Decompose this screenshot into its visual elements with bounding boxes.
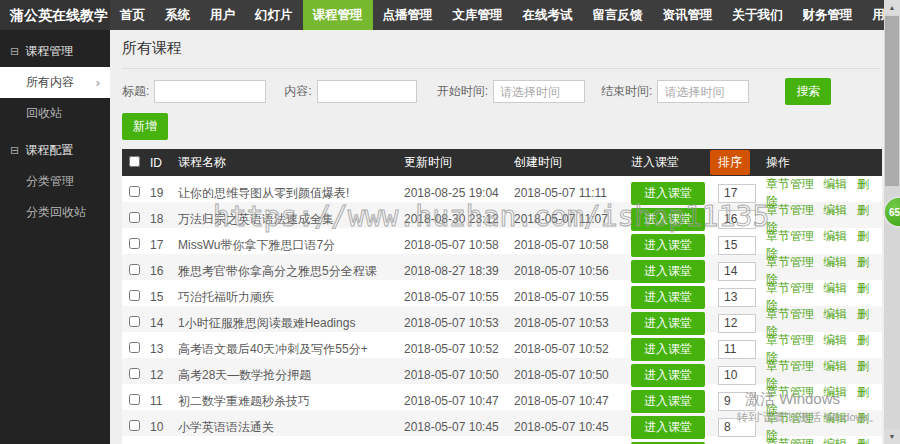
chapter-management-link[interactable]: 章节管理 — [766, 307, 814, 321]
enter-class-button[interactable]: 进入课堂 — [631, 338, 705, 361]
chapter-management-link[interactable]: 章节管理 — [766, 359, 814, 373]
edit-link[interactable]: 编辑 — [823, 177, 847, 191]
select-row-checkbox[interactable] — [129, 316, 140, 327]
enter-class-button[interactable]: 进入课堂 — [631, 260, 705, 283]
nav-item-library-management[interactable]: 文库管理 — [443, 0, 513, 30]
chapter-management-link[interactable]: 章节管理 — [766, 437, 814, 444]
course-created-time: 2018-05-07 10:55 — [514, 290, 631, 304]
edit-link[interactable]: 编辑 — [823, 385, 847, 399]
course-updated-time: 2018-05-07 10:55 — [404, 290, 514, 304]
course-name: 万法归宗之英语语法速成全集 — [178, 211, 404, 228]
nav-item-feedback[interactable]: 留言反馈 — [583, 0, 653, 30]
select-row-checkbox[interactable] — [129, 238, 140, 249]
select-all-checkbox[interactable] — [129, 156, 140, 167]
chapter-management-link[interactable]: 章节管理 — [766, 385, 814, 399]
course-id: 16 — [150, 264, 178, 278]
edit-link[interactable]: 编辑 — [823, 203, 847, 217]
sort-order-input[interactable] — [718, 262, 756, 281]
course-updated-time: 2018-05-07 10:58 — [404, 238, 514, 252]
nav-item-online-exam[interactable]: 在线考试 — [513, 0, 583, 30]
edit-link[interactable]: 编辑 — [823, 281, 847, 295]
edit-link[interactable]: 编辑 — [823, 333, 847, 347]
chapter-management-link[interactable]: 章节管理 — [766, 411, 814, 425]
sort-order-input[interactable] — [718, 210, 756, 229]
sort-header-button[interactable]: 排序 — [710, 150, 750, 175]
search-button[interactable]: 搜索 — [785, 78, 831, 105]
scroll-down-arrow-icon[interactable]: ▼ — [884, 429, 900, 444]
table-row: 12 高考28天—数学抢分押题 2018-05-07 10:50 2018-05… — [122, 358, 882, 384]
table-row: 18 万法归宗之英语语法速成全集 2018-08-30 23:12 2018-0… — [122, 202, 882, 228]
enter-class-button[interactable]: 进入课堂 — [631, 312, 705, 335]
sort-order-input[interactable] — [718, 418, 756, 437]
select-row-checkbox[interactable] — [129, 420, 140, 431]
end-time-input[interactable] — [657, 80, 749, 103]
edit-link[interactable]: 编辑 — [823, 229, 847, 243]
chapter-management-link[interactable]: 章节管理 — [766, 255, 814, 269]
sidebar-item-all-content[interactable]: 所有内容 › — [0, 67, 110, 98]
table-header: ID 课程名称 更新时间 创建时间 进入课堂 排序 操作 — [122, 149, 882, 176]
select-row-checkbox[interactable] — [129, 186, 140, 197]
chapter-management-link[interactable]: 章节管理 — [766, 333, 814, 347]
add-button[interactable]: 新增 — [122, 113, 168, 140]
content-filter-input[interactable] — [317, 80, 417, 103]
course-id: 17 — [150, 238, 178, 252]
sort-order-input[interactable] — [718, 288, 756, 307]
edit-link[interactable]: 编辑 — [823, 411, 847, 425]
sidebar: ⊟ 课程管理 所有内容 › 回收站 ⊟ 课程配置 分类管理 分类回收站 — [0, 30, 110, 444]
enter-class-button[interactable]: 进入课堂 — [631, 286, 705, 309]
scroll-up-arrow-icon[interactable]: ▲ — [884, 0, 900, 15]
enter-class-button[interactable]: 进入课堂 — [631, 364, 705, 387]
select-row-checkbox[interactable] — [129, 342, 140, 353]
chapter-management-link[interactable]: 章节管理 — [766, 203, 814, 217]
sort-order-input[interactable] — [718, 184, 756, 203]
select-row-checkbox[interactable] — [129, 212, 140, 223]
edit-link[interactable]: 编辑 — [823, 437, 847, 444]
sort-order-input[interactable] — [718, 366, 756, 385]
sort-order-input[interactable] — [718, 236, 756, 255]
scrollbar-thumb[interactable] — [885, 16, 899, 186]
enter-class-button[interactable]: 进入课堂 — [631, 390, 705, 413]
select-row-checkbox[interactable] — [129, 368, 140, 379]
sort-order-input[interactable] — [718, 340, 756, 359]
sort-order-input[interactable] — [718, 392, 756, 411]
edit-link[interactable]: 编辑 — [823, 255, 847, 269]
chapter-management-link[interactable]: 章节管理 — [766, 177, 814, 191]
select-row-checkbox[interactable] — [129, 394, 140, 405]
nav-item-finance-management[interactable]: 财务管理 — [793, 0, 863, 30]
start-time-input[interactable] — [493, 80, 585, 103]
nav-item-news-management[interactable]: 资讯管理 — [653, 0, 723, 30]
nav-item-home[interactable]: 首页 — [110, 0, 155, 30]
sidebar-group-course-management[interactable]: ⊟ 课程管理 — [0, 30, 110, 67]
nav-item-course-management[interactable]: 课程管理 — [303, 0, 373, 30]
nav-item-users[interactable]: 用户 — [200, 0, 245, 30]
sidebar-group-course-config[interactable]: ⊟ 课程配置 — [0, 129, 110, 166]
select-row-checkbox[interactable] — [129, 290, 140, 301]
course-id: 15 — [150, 290, 178, 304]
nav-item-system[interactable]: 系统 — [155, 0, 200, 30]
enter-class-button[interactable]: 进入课堂 — [631, 182, 705, 205]
enter-class-button[interactable]: 进入课堂 — [631, 416, 705, 439]
nav-item-about-us[interactable]: 关于我们 — [723, 0, 793, 30]
enter-class-button[interactable]: 进入课堂 — [631, 208, 705, 231]
sidebar-item-recycle-bin[interactable]: 回收站 — [0, 98, 110, 129]
nav-item-vod-management[interactable]: 点播管理 — [373, 0, 443, 30]
edit-link[interactable]: 编辑 — [823, 307, 847, 321]
chapter-management-link[interactable]: 章节管理 — [766, 229, 814, 243]
table-row: 16 雅思考官带你拿高分之雅思5分全程课 2018-08-27 18:39 20… — [122, 254, 882, 280]
chapter-management-link[interactable]: 章节管理 — [766, 281, 814, 295]
table-row: 15 巧治托福听力顽疾 2018-05-07 10:55 2018-05-07 … — [122, 280, 882, 306]
select-row-checkbox[interactable] — [129, 264, 140, 275]
sidebar-item-category-management[interactable]: 分类管理 — [0, 166, 110, 197]
title-filter-input[interactable] — [154, 80, 266, 103]
sidebar-item-category-recycle-bin[interactable]: 分类回收站 — [0, 197, 110, 228]
course-created-time: 2018-05-07 10:52 — [514, 342, 631, 356]
main-content: 所有课程 标题: 内容: 开始时间: 结束时间: 搜索 新增 ID 课程名称 更… — [110, 30, 884, 444]
header-course-name: 课程名称 — [178, 154, 404, 171]
header-updated: 更新时间 — [404, 154, 514, 171]
nav-item-slides[interactable]: 幻灯片 — [245, 0, 303, 30]
sort-order-input[interactable] — [718, 314, 756, 333]
header-created: 创建时间 — [514, 154, 631, 171]
collapse-icon: ⊟ — [10, 45, 19, 58]
edit-link[interactable]: 编辑 — [823, 359, 847, 373]
enter-class-button[interactable]: 进入课堂 — [631, 234, 705, 257]
